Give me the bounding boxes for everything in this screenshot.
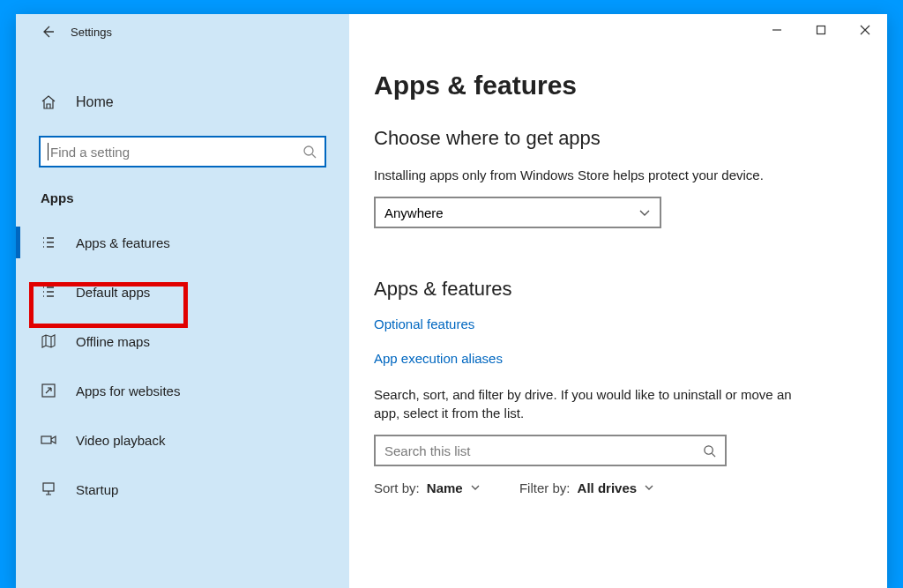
sidebar: Settings Home Find a setting Apps Apps &… xyxy=(16,14,349,588)
nav-label: Offline maps xyxy=(76,334,150,349)
maximize-button[interactable] xyxy=(799,14,843,46)
sort-value: Name xyxy=(427,480,463,495)
minimize-button[interactable] xyxy=(755,14,799,46)
filter-label: Filter by: xyxy=(519,480,571,495)
video-icon xyxy=(41,432,60,448)
settings-window: Settings Home Find a setting Apps Apps &… xyxy=(16,14,887,588)
svg-rect-3 xyxy=(43,483,54,491)
close-button[interactable] xyxy=(843,14,887,46)
source-dropdown[interactable]: Anywhere xyxy=(374,197,661,228)
search-placeholder: Find a setting xyxy=(50,145,302,160)
back-button[interactable] xyxy=(32,16,63,48)
svg-rect-2 xyxy=(41,436,51,443)
map-icon xyxy=(41,333,60,349)
section-heading-apps: Apps & features xyxy=(374,278,887,301)
apps-description: Search, sort, and filter by drive. If yo… xyxy=(374,385,806,422)
nav-list: Apps & features Default apps Offline map… xyxy=(16,218,349,514)
window-title: Settings xyxy=(71,26,112,39)
nav-apps-features[interactable]: Apps & features xyxy=(16,218,349,267)
nav-label: Default apps xyxy=(76,285,150,300)
link-square-icon xyxy=(41,383,60,398)
close-icon xyxy=(860,25,870,35)
sort-control[interactable]: Sort by: Name xyxy=(374,480,481,495)
nav-default-apps[interactable]: Default apps xyxy=(16,267,349,316)
chevron-down-icon xyxy=(470,480,481,495)
category-header: Apps xyxy=(41,190,349,205)
text-caret xyxy=(48,143,49,160)
arrow-left-icon xyxy=(41,25,55,39)
maximize-icon xyxy=(816,25,826,35)
home-label: Home xyxy=(76,94,114,110)
source-description: Installing apps only from Windows Store … xyxy=(374,166,806,184)
filter-control[interactable]: Filter by: All drives xyxy=(519,480,654,495)
nav-label: Video playback xyxy=(76,433,165,448)
chevron-down-icon xyxy=(638,206,651,219)
nav-label: Apps for websites xyxy=(76,383,180,398)
page-title: Apps & features xyxy=(374,71,887,100)
nav-label: Apps & features xyxy=(76,235,170,250)
nav-label: Startup xyxy=(76,482,118,497)
nav-video[interactable]: Video playback xyxy=(16,415,349,465)
link-execution-aliases[interactable]: App execution aliases xyxy=(374,351,887,366)
nav-websites[interactable]: Apps for websites xyxy=(16,366,349,415)
sort-label: Sort by: xyxy=(374,480,420,495)
minimize-icon xyxy=(772,25,782,35)
content-pane: Apps & features Choose where to get apps… xyxy=(349,14,887,588)
nav-offline-maps[interactable]: Offline maps xyxy=(16,316,349,366)
filter-value: All drives xyxy=(578,480,638,495)
nav-startup[interactable]: Startup xyxy=(16,465,349,514)
search-icon xyxy=(703,444,716,458)
dropdown-value: Anywhere xyxy=(384,205,444,220)
list-icon xyxy=(41,234,60,250)
svg-point-5 xyxy=(705,445,713,453)
search-icon xyxy=(302,145,317,159)
search-input[interactable]: Find a setting xyxy=(39,136,326,167)
defaults-icon xyxy=(41,284,60,300)
svg-rect-4 xyxy=(817,26,825,34)
svg-point-0 xyxy=(304,146,313,155)
chevron-down-icon xyxy=(644,480,654,495)
filter-row: Sort by: Name Filter by: All drives xyxy=(374,480,887,495)
app-search-input[interactable]: Search this list xyxy=(374,435,727,466)
section-heading-source: Choose where to get apps xyxy=(374,127,887,150)
home-button[interactable]: Home xyxy=(16,85,349,120)
home-icon xyxy=(41,94,60,110)
titlebar: Settings xyxy=(16,14,349,49)
startup-icon xyxy=(41,481,60,497)
app-search-placeholder: Search this list xyxy=(384,443,471,458)
window-controls xyxy=(755,14,887,46)
link-optional-features[interactable]: Optional features xyxy=(374,316,887,331)
